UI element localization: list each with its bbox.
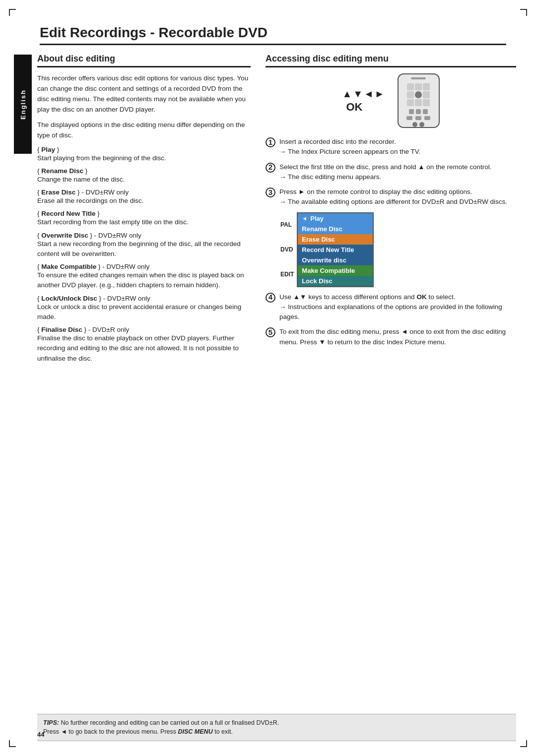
- term-lock-unlock-disc-desc: Lock or unlock a disc to prevent acciden…: [37, 302, 251, 322]
- term-make-compatible: { Make Compatible } - DVD±RW only To ens…: [37, 263, 251, 291]
- menu-item-rename-disc[interactable]: Rename Disc: [298, 224, 373, 234]
- sidebar-english-label: English: [19, 89, 27, 120]
- corner-mark-tr: [520, 9, 527, 16]
- tips-text2: Press ◄ to go back to the previous menu.…: [43, 728, 178, 735]
- step-5-content: To exit from the disc editing menu, pres…: [279, 327, 516, 347]
- arrow-ok-group: ▲ ▼ ◄ ► OK: [342, 88, 384, 114]
- step-2-content: Select the first title on the disc, pres…: [279, 162, 516, 183]
- left-column: About disc editing This recorder offers …: [37, 54, 251, 716]
- menu-item-make-compatible[interactable]: Make Compatible: [298, 265, 373, 276]
- page-number: 44: [37, 731, 44, 738]
- down-arrow-icon: ▼: [353, 88, 363, 100]
- tips-label: TIPS:: [43, 719, 59, 726]
- menu-labels: PAL DVD EDIT: [280, 212, 294, 287]
- term-erase-disc: { Erase Disc } - DVD±RW only Erase all t…: [37, 189, 251, 206]
- step-1-content: Insert a recorded disc into the recorder…: [279, 137, 516, 157]
- step-1: 1 Insert a recorded disc into the record…: [266, 137, 516, 157]
- term-finalise-disc-title: { Finalise Disc } - DVD±R only: [37, 326, 251, 333]
- tips-text1: No further recording and editing can be …: [61, 719, 279, 726]
- menu-item-play[interactable]: Play: [298, 213, 373, 224]
- menu-item-erase-disc[interactable]: Erase Disc: [298, 234, 373, 245]
- term-overwrite-disc-desc: Start a new recording from the beginning…: [37, 239, 251, 259]
- step-4-note: → Instructions and explanations of the o…: [279, 303, 502, 320]
- term-rename-disc: { Rename Disc } Change the name of the d…: [37, 167, 251, 185]
- remote-area: ▲ ▼ ◄ ► OK: [266, 73, 516, 128]
- term-record-new-title-desc: Start recording from the last empty titl…: [37, 217, 251, 227]
- term-record-new-title: { Record New Title } Start recording fro…: [37, 210, 251, 227]
- step-5-number: 5: [266, 327, 275, 337]
- menu-item-overwrite-disc[interactable]: Overwrite disc: [298, 255, 373, 265]
- step-4-number: 4: [266, 293, 275, 303]
- right-section-heading: Accessing disc editing menu: [266, 54, 516, 67]
- corner-mark-br: [520, 740, 527, 747]
- term-play: { Play } Start playing from the beginnin…: [37, 146, 251, 163]
- step-3-note: → The available editing options are diff…: [279, 198, 507, 205]
- step-3-content: Press ► on the remote control to display…: [279, 187, 516, 207]
- tips-disc-menu: DISC MENU: [178, 728, 213, 735]
- term-lock-unlock-disc: { Lock/Unlock Disc } - DVD±RW only Lock …: [37, 295, 251, 322]
- menu-box: Play Rename Disc Erase Disc Record New T…: [297, 212, 374, 287]
- page-title: Edit Recordings - Recordable DVD: [40, 25, 506, 45]
- step-1-number: 1: [266, 137, 275, 147]
- menu-label-edit: EDIT: [280, 270, 294, 279]
- arrows-row: ▲ ▼ ◄ ►: [342, 88, 384, 100]
- step-2-number: 2: [266, 163, 275, 173]
- tips-text3: to exit.: [213, 728, 233, 735]
- step-1-text: Insert a recorded disc into the recorder…: [279, 138, 396, 145]
- left-section-heading: About disc editing: [37, 54, 251, 67]
- term-play-title: { Play }: [37, 146, 251, 153]
- menu-item-record-new-title[interactable]: Record New Title: [298, 245, 373, 255]
- remote-control-image: [398, 73, 440, 128]
- menu-label-dvd: DVD: [280, 245, 294, 254]
- step-1-note: → The Index Picture screen appears on th…: [279, 148, 420, 155]
- sidebar-english: English: [14, 55, 32, 154]
- right-column: Accessing disc editing menu ▲ ▼ ◄ ► OK: [266, 54, 516, 716]
- term-make-compatible-desc: To ensure the edited changes remain when…: [37, 270, 251, 291]
- step-5-text: To exit from the disc editing menu, pres…: [279, 328, 506, 345]
- intro-text: This recorder offers various disc edit o…: [37, 73, 251, 115]
- corner-mark-bl: [9, 740, 16, 747]
- step-2-text: Select the first title on the disc, pres…: [279, 163, 492, 171]
- main-content: About disc editing This recorder offers …: [37, 54, 516, 716]
- menu-item-lock-disc[interactable]: Lock Disc: [298, 276, 373, 286]
- term-finalise-disc-desc: Finalise the disc to enable playback on …: [37, 333, 251, 364]
- step-4-content: Use ▲▼ keys to access different options …: [279, 292, 516, 322]
- step-3-text: Press ► on the remote control to display…: [279, 188, 472, 195]
- step-5: 5 To exit from the disc editing menu, pr…: [266, 327, 516, 347]
- term-play-desc: Start playing from the beginning of the …: [37, 153, 251, 163]
- step-3-number: 3: [266, 188, 275, 197]
- step-2-note: → The disc editing menu appears.: [279, 173, 381, 181]
- term-make-compatible-title: { Make Compatible } - DVD±RW only: [37, 263, 251, 270]
- ok-label: OK: [346, 101, 362, 113]
- menu-box-container: PAL DVD EDIT Play Rename Disc Erase Disc…: [280, 212, 516, 287]
- term-lock-unlock-disc-title: { Lock/Unlock Disc } - DVD±RW only: [37, 295, 251, 302]
- right-arrow-icon: ►: [375, 88, 385, 100]
- step-3: 3 Press ► on the remote control to displ…: [266, 187, 516, 207]
- up-arrow-icon: ▲: [342, 88, 352, 100]
- term-overwrite-disc-title: { Overwrite Disc } - DVD±RW only: [37, 232, 251, 239]
- steps-area: 1 Insert a recorded disc into the record…: [266, 137, 516, 352]
- term-record-new-title-title: { Record New Title }: [37, 210, 251, 217]
- term-erase-disc-desc: Erase all the recordings on the disc.: [37, 196, 251, 206]
- term-finalise-disc: { Finalise Disc } - DVD±R only Finalise …: [37, 326, 251, 364]
- step-4: 4 Use ▲▼ keys to access different option…: [266, 292, 516, 322]
- menu-label-pal: PAL: [280, 220, 294, 229]
- term-rename-disc-title: { Rename Disc }: [37, 167, 251, 175]
- step-2: 2 Select the first title on the disc, pr…: [266, 162, 516, 183]
- tips-box: TIPS: No further recording and editing c…: [37, 714, 516, 742]
- note-text: The displayed options in the disc editin…: [37, 120, 251, 141]
- term-erase-disc-title: { Erase Disc } - DVD±RW only: [37, 189, 251, 196]
- left-arrow-icon: ◄: [364, 88, 374, 100]
- corner-mark-tl: [9, 9, 16, 16]
- term-rename-disc-desc: Change the name of the disc.: [37, 175, 251, 185]
- step-4-text: Use ▲▼ keys to access different options …: [279, 293, 455, 301]
- term-overwrite-disc: { Overwrite Disc } - DVD±RW only Start a…: [37, 232, 251, 259]
